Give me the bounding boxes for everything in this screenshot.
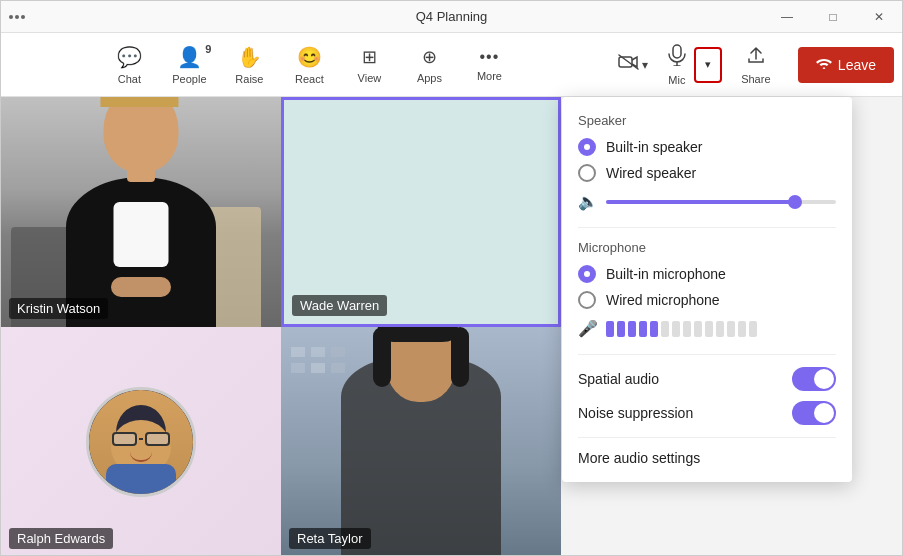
ralph-face [89,390,193,494]
toolbar-main-items: 💬 Chat 👤 People 9 ✋ Raise 😊 React ⊞ View… [9,37,610,93]
volume-slider[interactable] [606,200,836,204]
mic-level-bars [606,321,757,337]
mic-bar-11 [716,321,724,337]
apps-icon: ⊕ [422,46,437,68]
react-icon: 😊 [297,45,322,69]
toolbar-item-chat[interactable]: 💬 Chat [99,37,159,93]
wired-speaker-radio[interactable] [578,164,596,182]
video-cell-ralph: Ralph Edwards [1,327,281,556]
mic-bar-8 [683,321,691,337]
view-icon: ⊞ [362,46,377,68]
toolbar-item-react[interactable]: 😊 React [279,37,339,93]
built-in-speaker-radio[interactable] [578,138,596,156]
mic-bar-9 [694,321,702,337]
more-icon: ••• [480,48,500,66]
built-in-speaker-option[interactable]: Built-in speaker [578,138,836,156]
mic-level-row: 🎤 [578,319,836,338]
leave-button[interactable]: Leave [798,47,894,83]
built-in-mic-label: Built-in microphone [606,266,726,282]
toolbar: 💬 Chat 👤 People 9 ✋ Raise 😊 React ⊞ View… [1,33,902,97]
people-icon: 👤 [177,45,202,69]
camera-button[interactable]: ▾ [610,37,656,93]
mic-bar-10 [705,321,713,337]
mic-bar-13 [738,321,746,337]
raise-icon: ✋ [237,45,262,69]
built-in-mic-option[interactable]: Built-in microphone [578,265,836,283]
mic-bar-6 [661,321,669,337]
wade-name-label: Wade Warren [292,295,387,316]
volume-icon: 🔈 [578,192,598,211]
more-audio-settings-link[interactable]: More audio settings [578,450,836,466]
chat-icon: 💬 [117,45,142,69]
window-menu[interactable] [9,1,25,33]
mic-dropdown-arrow-icon: ▾ [705,58,711,71]
mic-label: Mic [668,74,685,86]
toolbar-item-raise[interactable]: ✋ Raise [219,37,279,93]
noise-suppression-row: Noise suppression [578,401,836,425]
wired-mic-option[interactable]: Wired microphone [578,291,836,309]
leave-phone-icon [816,57,832,73]
mic-bar-3 [628,321,636,337]
apps-label: Apps [417,72,442,84]
chat-label: Chat [118,73,141,85]
minimize-button[interactable]: — [764,1,810,33]
window-title: Q4 Planning [416,9,488,24]
leave-label: Leave [838,57,876,73]
kristin-video [1,97,281,327]
mic-bar-7 [672,321,680,337]
toolbar-item-more[interactable]: ••• More [459,37,519,93]
wired-speaker-label: Wired speaker [606,165,696,181]
toolbar-item-apps[interactable]: ⊕ Apps [399,37,459,93]
more-label: More [477,70,502,82]
divider-3 [578,437,836,438]
volume-fill [606,200,795,204]
mic-button[interactable]: Mic [660,37,694,93]
people-label: People [172,73,206,85]
share-label: Share [741,73,770,85]
toolbar-actions: ▾ Mic ▾ [610,37,894,93]
kristin-name-label: Kristin Watson [9,298,108,319]
mic-group: Mic ▾ [660,37,722,93]
share-icon [746,45,766,69]
wired-speaker-option[interactable]: Wired speaker [578,164,836,182]
people-badge: 9 [205,43,211,55]
built-in-speaker-label: Built-in speaker [606,139,703,155]
spatial-audio-row: Spatial audio [578,367,836,391]
microphone-section-title: Microphone [578,240,836,255]
maximize-button[interactable]: □ [810,1,856,33]
close-button[interactable]: ✕ [856,1,902,33]
raise-label: Raise [235,73,263,85]
mic-bar-12 [727,321,735,337]
toolbar-item-view[interactable]: ⊞ View [339,37,399,93]
video-cell-wade: Wade Warren [281,97,561,327]
react-label: React [295,73,324,85]
audio-dropdown-panel: Speaker Built-in speaker Wired speaker 🔈… [562,97,852,482]
wired-mic-radio[interactable] [578,291,596,309]
noise-suppression-label: Noise suppression [578,405,693,421]
mic-level-icon: 🎤 [578,319,598,338]
view-label: View [358,72,382,84]
toolbar-item-people[interactable]: 👤 People 9 [159,37,219,93]
volume-thumb[interactable] [788,195,802,209]
mic-bar-5 [650,321,658,337]
ralph-name-label: Ralph Edwards [9,528,113,549]
spatial-audio-label: Spatial audio [578,371,659,387]
video-cell-kristin: Kristin Watson [1,97,281,327]
svg-rect-1 [673,45,681,58]
mic-bar-1 [606,321,614,337]
camera-icon [618,53,640,76]
window-controls: — □ ✕ [764,1,902,33]
volume-row: 🔈 [578,192,836,211]
spatial-audio-toggle[interactable] [792,367,836,391]
divider-1 [578,227,836,228]
video-grid: Kristin Watson Wade Warren [1,97,561,556]
share-button[interactable]: Share [726,37,786,93]
video-cell-reta: Reta Taylor [281,327,561,556]
title-bar: Q4 Planning — □ ✕ [1,1,902,33]
reta-name-label: Reta Taylor [289,528,371,549]
built-in-mic-radio[interactable] [578,265,596,283]
noise-suppression-toggle[interactable] [792,401,836,425]
mic-bar-4 [639,321,647,337]
camera-dropdown-arrow: ▾ [642,58,648,72]
mic-dropdown-button[interactable]: ▾ [694,47,722,83]
